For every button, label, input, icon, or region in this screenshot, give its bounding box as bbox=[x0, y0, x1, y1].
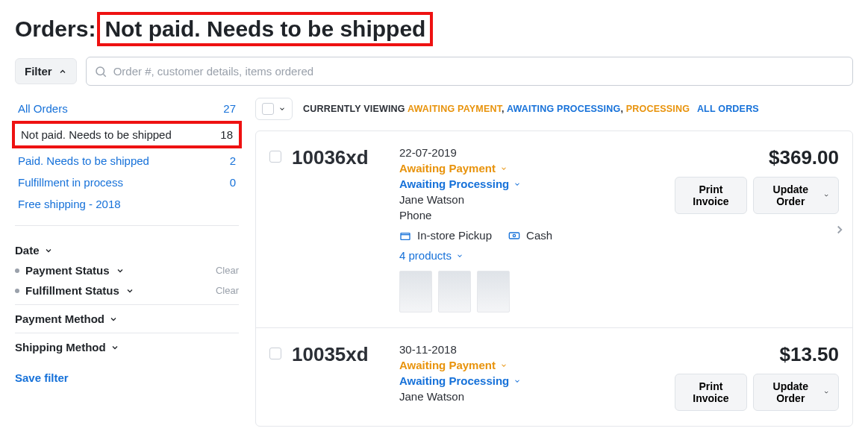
fulfillment-status-label: Awaiting Processing bbox=[399, 374, 509, 387]
product-thumbnails bbox=[399, 271, 664, 312]
order-number: 10036xd bbox=[292, 146, 389, 312]
products-label: 4 products bbox=[399, 249, 452, 262]
saved-filter-paid[interactable]: Paid. Needs to be shipped 2 bbox=[15, 150, 239, 172]
clear-fulfillment-status[interactable]: Clear bbox=[216, 285, 239, 296]
title-highlight: Not paid. Needs to be shipped bbox=[97, 12, 433, 46]
saved-filter-count: 18 bbox=[220, 128, 233, 141]
svg-line-1 bbox=[103, 74, 105, 76]
print-invoice-button[interactable]: Print Invoice bbox=[675, 177, 747, 214]
cash-icon bbox=[508, 230, 520, 242]
divider bbox=[15, 225, 239, 226]
facet-fulfillment-status: Fulfillment Status Clear bbox=[15, 277, 239, 297]
currently-viewing: CURRENTLY VIEWING AWAITING PAYMENT, AWAI… bbox=[303, 104, 759, 114]
saved-filter-count: 2 bbox=[230, 154, 236, 167]
chevron-down-icon bbox=[278, 105, 286, 113]
chevron-down-icon bbox=[456, 252, 463, 260]
main-content: CURRENTLY VIEWING AWAITING PAYMENT, AWAI… bbox=[255, 98, 853, 427]
chevron-down-icon bbox=[823, 389, 829, 396]
checkbox-icon bbox=[269, 151, 281, 163]
order-date: 22-07-2019 bbox=[399, 146, 664, 159]
order-row[interactable]: 10036xd 22-07-2019 Awaiting Payment Awai… bbox=[256, 131, 852, 328]
product-thumbnail[interactable] bbox=[399, 271, 432, 312]
saved-filter-all-orders[interactable]: All Orders 27 bbox=[15, 98, 239, 119]
chevron-down-icon bbox=[110, 343, 119, 352]
customer-name: Jane Watson bbox=[399, 390, 664, 403]
contact-method: Phone bbox=[399, 209, 664, 222]
facet-shipping-method-label: Shipping Method bbox=[15, 341, 106, 354]
store-icon bbox=[399, 230, 411, 242]
viewing-processing[interactable]: PROCESSING bbox=[626, 104, 690, 114]
bullet-icon bbox=[15, 268, 19, 273]
comma: , bbox=[502, 104, 505, 114]
sidebar: All Orders 27 Not paid. Needs to be ship… bbox=[15, 98, 239, 385]
facet-shipping-method: Shipping Method bbox=[15, 333, 239, 361]
facet-shipping-method-toggle[interactable]: Shipping Method bbox=[15, 341, 239, 354]
saved-filter-label: Free shipping - 2018 bbox=[18, 198, 121, 210]
chevron-down-icon bbox=[44, 246, 53, 255]
order-checkbox[interactable] bbox=[269, 151, 281, 312]
svg-point-4 bbox=[513, 234, 515, 236]
select-all-dropdown[interactable] bbox=[255, 98, 293, 120]
checkbox-icon bbox=[262, 103, 274, 115]
chevron-right-icon bbox=[833, 223, 846, 236]
payment-status-dropdown[interactable]: Awaiting Payment bbox=[399, 162, 664, 175]
update-order-button[interactable]: Update Order bbox=[753, 374, 839, 411]
bullet-icon bbox=[15, 289, 19, 293]
product-thumbnail[interactable] bbox=[477, 271, 510, 312]
fulfillment-status-dropdown[interactable]: Awaiting Processing bbox=[399, 374, 664, 387]
saved-filter-free-shipping[interactable]: Free shipping - 2018 bbox=[15, 193, 239, 215]
facet-date: Date Payment Status Clear Fulfillment St… bbox=[15, 236, 239, 305]
filter-button-label: Filter bbox=[25, 65, 52, 78]
print-invoice-button[interactable]: Print Invoice bbox=[675, 374, 747, 411]
title-prefix: Orders: bbox=[15, 16, 96, 42]
facet-payment-status-label: Payment Status bbox=[25, 264, 110, 277]
order-checkbox[interactable] bbox=[269, 348, 281, 411]
search-field[interactable] bbox=[86, 57, 853, 86]
search-input[interactable] bbox=[107, 62, 845, 81]
saved-filter-not-paid[interactable]: Not paid. Needs to be shipped 18 bbox=[12, 121, 242, 148]
filter-button[interactable]: Filter bbox=[15, 58, 77, 84]
payment-status-dropdown[interactable]: Awaiting Payment bbox=[399, 359, 664, 371]
order-date: 30-11-2018 bbox=[399, 343, 664, 356]
update-order-button[interactable]: Update Order bbox=[753, 177, 839, 214]
comma: , bbox=[620, 104, 623, 114]
shipping-method: In-store Pickup bbox=[399, 229, 492, 242]
product-thumbnail[interactable] bbox=[438, 271, 471, 312]
chevron-down-icon bbox=[109, 315, 118, 324]
clear-payment-status[interactable]: Clear bbox=[216, 265, 239, 276]
save-filter-link[interactable]: Save filter bbox=[15, 371, 69, 384]
viewing-prefix: CURRENTLY VIEWING bbox=[303, 104, 405, 114]
order-row[interactable]: 10035xd 30-11-2018 Awaiting Payment Awai… bbox=[256, 328, 852, 426]
update-order-label: Update Order bbox=[763, 183, 819, 207]
facet-date-toggle[interactable]: Date bbox=[15, 244, 239, 257]
chevron-down-icon bbox=[116, 266, 125, 275]
facet-fulfillment-status-toggle[interactable]: Fulfillment Status bbox=[15, 284, 134, 297]
svg-rect-2 bbox=[401, 233, 410, 239]
shipping-method-label: In-store Pickup bbox=[417, 229, 492, 242]
facet-payment-method-label: Payment Method bbox=[15, 312, 104, 325]
order-number: 10035xd bbox=[292, 343, 389, 411]
payment-status-label: Awaiting Payment bbox=[399, 162, 496, 175]
saved-filter-label: Fulfillment in process bbox=[18, 176, 123, 189]
viewing-all-orders[interactable]: ALL ORDERS bbox=[697, 104, 759, 114]
svg-point-0 bbox=[96, 67, 104, 75]
payment-status-label: Awaiting Payment bbox=[399, 359, 496, 371]
customer-name: Jane Watson bbox=[399, 193, 664, 206]
facet-payment-method-toggle[interactable]: Payment Method bbox=[15, 312, 239, 325]
viewing-awaiting-payment[interactable]: AWAITING PAYMENT bbox=[408, 104, 502, 114]
facet-payment-status-toggle[interactable]: Payment Status bbox=[15, 264, 125, 277]
payment-method: Cash bbox=[508, 229, 552, 242]
products-toggle[interactable]: 4 products bbox=[399, 249, 664, 262]
page-title: Orders: Not paid. Needs to be shipped bbox=[15, 12, 853, 46]
search-icon bbox=[94, 65, 107, 78]
saved-filter-count: 0 bbox=[230, 176, 236, 189]
viewing-awaiting-processing[interactable]: AWAITING PROCESSING bbox=[507, 104, 620, 114]
order-list: 10036xd 22-07-2019 Awaiting Payment Awai… bbox=[255, 131, 853, 427]
chevron-down-icon bbox=[500, 362, 508, 369]
saved-filter-fulfillment[interactable]: Fulfillment in process 0 bbox=[15, 172, 239, 193]
chevron-up-icon bbox=[58, 67, 67, 76]
saved-filter-label: Not paid. Needs to be shipped bbox=[21, 128, 172, 141]
order-price: $13.50 bbox=[779, 343, 839, 366]
chevron-down-icon bbox=[500, 165, 508, 172]
fulfillment-status-dropdown[interactable]: Awaiting Processing bbox=[399, 177, 664, 190]
